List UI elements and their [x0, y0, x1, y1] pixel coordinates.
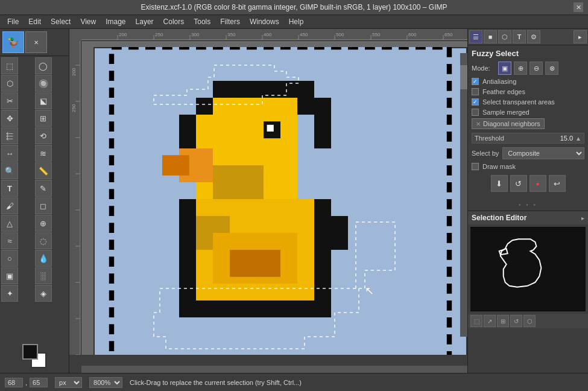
- menu-view[interactable]: View: [75, 16, 101, 27]
- coord-comma: ,: [25, 379, 27, 386]
- menu-image[interactable]: Image: [101, 16, 130, 27]
- tool-tab-close[interactable]: ✕: [25, 31, 47, 53]
- reset-tool-btn[interactable]: ↺: [510, 175, 527, 192]
- svg-text:250: 250: [155, 32, 163, 37]
- tool-zoom[interactable]: 🔍: [1, 162, 18, 179]
- selection-editor-expand[interactable]: ▸: [581, 215, 584, 221]
- svg-text:300: 300: [191, 32, 200, 37]
- tool-measure[interactable]: 📏: [35, 162, 52, 179]
- tool-pencil[interactable]: ✎: [35, 180, 52, 197]
- sel-tab-5[interactable]: ⬡: [523, 315, 536, 327]
- sel-tab-3[interactable]: ⊞: [497, 315, 509, 327]
- tab-channels[interactable]: ■: [484, 30, 497, 43]
- record-tool-btn[interactable]: ●: [530, 175, 546, 192]
- tool-gradient[interactable]: ░: [35, 267, 52, 284]
- sample-merged-checkbox[interactable]: [472, 109, 479, 116]
- tool-scissors[interactable]: ✂: [1, 92, 18, 109]
- transparent-checkbox[interactable]: [472, 98, 479, 106]
- tool-dodge[interactable]: ○: [1, 250, 18, 267]
- horizontal-scrollbar[interactable]: [81, 366, 467, 373]
- tool-color-picker[interactable]: 💧: [35, 250, 52, 267]
- svg-text:500: 500: [336, 32, 344, 37]
- tab-text[interactable]: T: [513, 30, 526, 43]
- tool-eraser[interactable]: ◻: [35, 197, 52, 214]
- svg-rect-39: [297, 98, 331, 115]
- tool-rect-select[interactable]: ⬚: [1, 57, 18, 74]
- mode-subtract[interactable]: ⊖: [530, 62, 543, 75]
- tool-blur[interactable]: ◌: [35, 232, 52, 249]
- save-tool-btn[interactable]: ⬇: [491, 175, 508, 192]
- tool-transform[interactable]: ⟲: [35, 127, 52, 144]
- tool-fill[interactable]: ▣: [1, 267, 18, 284]
- unit-select[interactable]: px mm in: [55, 377, 82, 388]
- divider-dots: • • •: [468, 202, 588, 208]
- svg-rect-55: [213, 165, 264, 199]
- fg-bg-colors[interactable]: [22, 344, 46, 368]
- tool-smudge[interactable]: ≈: [1, 232, 18, 249]
- menu-select[interactable]: Select: [46, 16, 75, 27]
- x-coord[interactable]: [5, 378, 23, 387]
- tool-flip[interactable]: ↔: [1, 145, 18, 162]
- tool-align[interactable]: ⊞: [35, 110, 52, 127]
- tab-paths[interactable]: ⬡: [498, 30, 511, 43]
- menu-layer[interactable]: Layer: [131, 16, 159, 27]
- sel-tab-1[interactable]: ⬚: [470, 315, 482, 327]
- close-window-button[interactable]: ✕: [574, 2, 583, 12]
- tool-clone[interactable]: ⊕: [35, 215, 52, 232]
- tool-warp[interactable]: ≋: [35, 145, 52, 162]
- mode-intersect[interactable]: ⊗: [545, 62, 558, 75]
- antialiasing-checkbox[interactable]: [472, 78, 479, 85]
- draw-mask-checkbox[interactable]: [472, 163, 479, 170]
- mode-label: Mode:: [472, 65, 496, 72]
- vertical-scrollbar[interactable]: [460, 53, 467, 337]
- mode-add[interactable]: ⊕: [514, 62, 527, 75]
- svg-text:250: 250: [71, 104, 77, 112]
- tool-foreground-select[interactable]: ⬕: [35, 92, 52, 109]
- threshold-label: Threshold: [475, 135, 548, 142]
- revert-tool-btn[interactable]: ↩: [549, 175, 566, 192]
- sel-tab-2[interactable]: ↗: [484, 315, 496, 327]
- threshold-up[interactable]: ▲: [575, 135, 581, 142]
- tool-paint[interactable]: 🖌: [1, 197, 18, 214]
- draw-mask-label: Draw mask: [482, 163, 516, 170]
- tool-path[interactable]: ✦: [1, 285, 18, 302]
- tool-crop[interactable]: ⬱: [1, 127, 18, 144]
- sel-tab-4[interactable]: ↺: [510, 315, 522, 327]
- diagonal-close[interactable]: ✕: [476, 121, 481, 127]
- menu-file[interactable]: File: [2, 16, 24, 27]
- fuzzy-select-panel: Fuzzy Select Mode: ▣ ⊕ ⊖ ⊗ Antialiasing …: [468, 45, 588, 199]
- tool-tabs: 🦆 ✕: [0, 29, 69, 56]
- mode-replace[interactable]: ▣: [498, 62, 511, 75]
- tool-text[interactable]: T: [1, 180, 18, 197]
- y-coord[interactable]: [30, 378, 48, 387]
- coord-section: ,: [5, 378, 48, 387]
- tab-layers[interactable]: ☰: [469, 30, 482, 43]
- menu-help[interactable]: Help: [284, 16, 309, 27]
- fg-color[interactable]: [22, 344, 38, 360]
- tool-fuzzy-select[interactable]: 🔘: [35, 75, 52, 92]
- zoom-section: 800% 400% 200% 100%: [89, 377, 122, 388]
- tab-expand[interactable]: ▸: [574, 30, 587, 43]
- tool-ellipse-select[interactable]: ◯: [35, 57, 52, 74]
- feather-checkbox[interactable]: [472, 88, 479, 95]
- canvas-viewport[interactable]: ↖: [81, 41, 467, 355]
- menu-windows[interactable]: Windows: [245, 16, 284, 27]
- menu-edit[interactable]: Edit: [24, 16, 46, 27]
- tool-perspective[interactable]: ◈: [35, 285, 52, 302]
- menu-filters[interactable]: Filters: [215, 16, 245, 27]
- selection-editor-header[interactable]: Selection Editor ▸: [468, 211, 588, 224]
- right-panel: ☰ ■ ⬡ T ⚙ ▸ Fuzzy Select Mode: ▣ ⊕ ⊖ ⊗ A…: [467, 29, 588, 373]
- tab-settings[interactable]: ⚙: [527, 30, 540, 43]
- select-by-dropdown[interactable]: Composite Red Green Blue Alpha: [502, 147, 584, 159]
- menu-tools[interactable]: Tools: [189, 16, 215, 27]
- threshold-input[interactable]: [550, 135, 573, 142]
- svg-rect-58: [230, 250, 280, 277]
- tool-tab-duck[interactable]: 🦆: [2, 31, 24, 53]
- tool-heal[interactable]: △: [1, 215, 18, 232]
- tool-free-select[interactable]: ⬡: [1, 75, 18, 92]
- menu-colors[interactable]: Colors: [159, 16, 189, 27]
- diagonal-tag: ✕ Diagonal neighbors: [472, 118, 545, 129]
- scrollbar-thumb-v[interactable]: [460, 65, 467, 89]
- zoom-select[interactable]: 800% 400% 200% 100%: [89, 377, 122, 388]
- tool-move[interactable]: ✥: [1, 110, 18, 127]
